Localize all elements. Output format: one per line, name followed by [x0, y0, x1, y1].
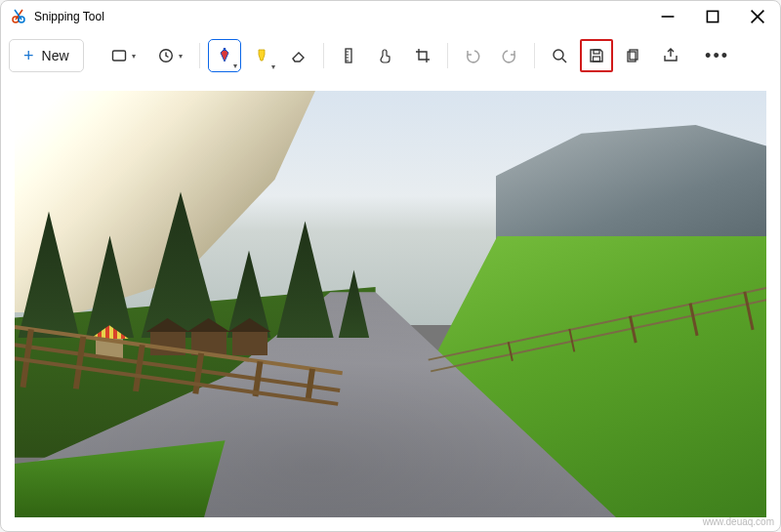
zoom-icon — [551, 47, 568, 64]
chevron-down-icon: ▾ — [271, 62, 275, 71]
canvas-area — [1, 79, 780, 531]
toolbar-divider — [323, 43, 324, 68]
toolbar: + New ▾ ▾ ▾ — [1, 32, 780, 79]
maximize-button[interactable] — [690, 1, 735, 32]
eraser-button[interactable] — [282, 39, 315, 72]
pen-icon — [216, 47, 233, 64]
snip-mode-button[interactable]: ▾ — [102, 39, 144, 72]
zoom-button[interactable] — [543, 39, 576, 72]
watermark: www.deuaq.com — [703, 516, 774, 527]
toolbar-divider — [534, 43, 535, 68]
save-button[interactable] — [580, 39, 613, 72]
svg-rect-9 — [593, 57, 599, 61]
crop-icon — [414, 47, 432, 64]
more-icon: ••• — [705, 46, 729, 66]
redo-button[interactable] — [493, 39, 526, 72]
highlighter-button[interactable]: ▾ — [245, 39, 278, 72]
redo-icon — [501, 47, 518, 64]
svg-rect-8 — [594, 50, 599, 54]
clock-icon — [157, 47, 175, 64]
new-button-label: New — [42, 48, 69, 63]
window-title: Snipping Tool — [34, 10, 104, 23]
toolbar-divider — [199, 43, 200, 68]
titlebar: Snipping Tool — [1, 1, 780, 32]
crop-button[interactable] — [406, 39, 439, 72]
ruler-icon — [340, 47, 357, 64]
svg-point-7 — [554, 50, 563, 60]
chevron-down-icon: ▾ — [179, 52, 183, 61]
more-button[interactable]: ••• — [701, 39, 734, 72]
plus-icon: + — [23, 47, 34, 64]
touch-icon — [377, 47, 394, 64]
share-icon — [662, 47, 679, 64]
new-button[interactable]: + New — [9, 39, 84, 72]
copy-button[interactable] — [617, 39, 650, 72]
chevron-down-icon: ▾ — [233, 61, 237, 70]
copy-icon — [625, 47, 642, 64]
eraser-icon — [290, 47, 308, 64]
delay-button[interactable]: ▾ — [148, 39, 191, 72]
chevron-down-icon: ▾ — [132, 52, 136, 61]
app-icon — [11, 9, 26, 24]
captured-image[interactable] — [15, 91, 766, 517]
undo-icon — [464, 47, 481, 64]
svg-rect-5 — [223, 48, 225, 51]
app-window: Snipping Tool + New ▾ — [0, 0, 781, 532]
minimize-button[interactable] — [645, 1, 690, 32]
share-button[interactable] — [654, 39, 687, 72]
touch-writing-button[interactable] — [369, 39, 402, 72]
rectangle-mode-icon — [110, 47, 128, 64]
svg-rect-2 — [707, 11, 718, 21]
ballpoint-pen-button[interactable]: ▾ — [208, 39, 241, 72]
toolbar-divider — [447, 43, 448, 68]
window-controls — [645, 1, 780, 32]
close-button[interactable] — [735, 1, 780, 32]
svg-rect-3 — [112, 51, 125, 61]
save-icon — [588, 47, 605, 64]
ruler-button[interactable] — [332, 39, 365, 72]
undo-button[interactable] — [456, 39, 489, 72]
highlighter-icon — [253, 47, 270, 64]
